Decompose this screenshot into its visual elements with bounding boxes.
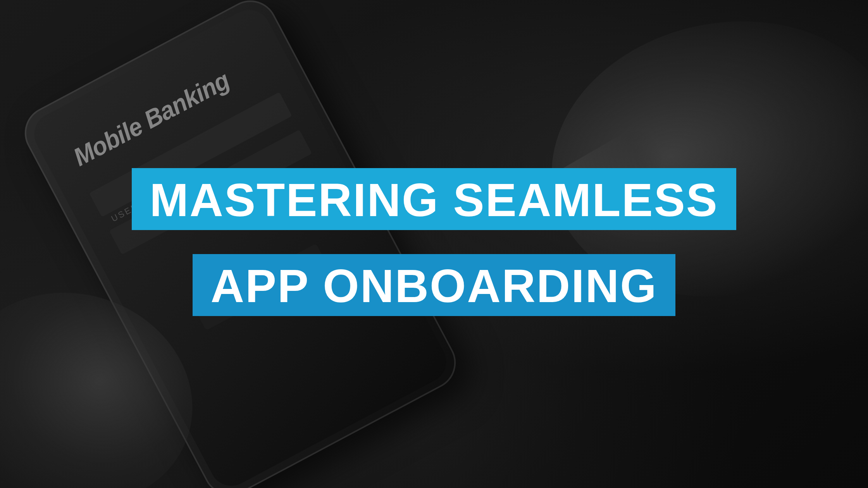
title-line-2: APP ONBOARDING	[193, 254, 675, 316]
title-line-1: MASTERING SEAMLESS	[132, 168, 736, 230]
title-overlay: MASTERING SEAMLESS APP ONBOARDING	[0, 0, 868, 488]
